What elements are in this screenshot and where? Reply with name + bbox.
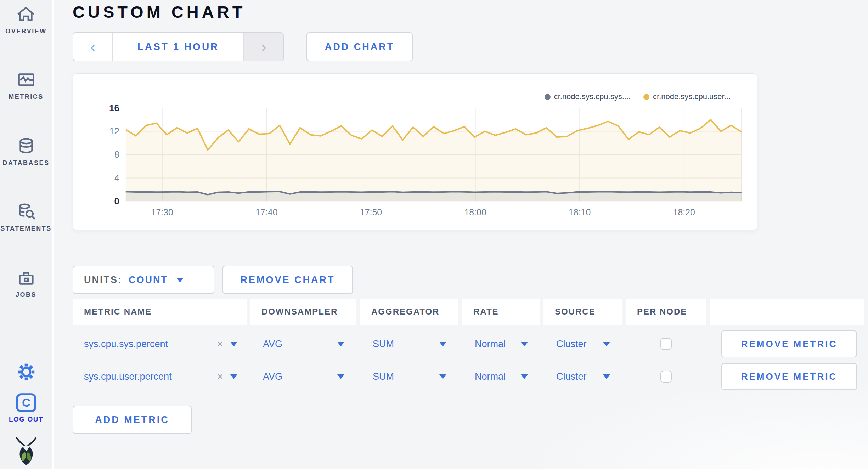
chevron-down-icon <box>603 374 610 379</box>
sidebar-item-label: OVERVIEW <box>5 28 47 35</box>
actions-cell: REMOVE METRIC <box>710 330 864 357</box>
downsampler-dropdown[interactable]: AVG <box>250 330 356 357</box>
chevron-down-icon[interactable] <box>230 374 237 379</box>
chevron-down-icon <box>337 374 344 379</box>
column-header-metric-name: METRIC NAME <box>73 299 247 325</box>
database-icon <box>14 135 38 157</box>
metrics-table: METRIC NAME DOWNSAMPLER AGGREGATOR RATE … <box>73 299 868 390</box>
legend-dot-user <box>643 94 649 100</box>
cockroach-logo[interactable] <box>15 436 38 466</box>
aggregator-dropdown[interactable]: SUM <box>360 363 458 390</box>
per-node-checkbox[interactable] <box>660 338 672 350</box>
legend-item-sys[interactable]: cr.node.sys.cpu.sys.... <box>545 92 631 101</box>
column-header-aggregator: AGGREGATOR <box>360 299 458 325</box>
source-value: Cluster <box>556 339 603 350</box>
svg-text:4: 4 <box>114 173 119 183</box>
column-header-source: SOURCE <box>543 299 622 325</box>
aggregator-dropdown[interactable]: SUM <box>360 330 458 357</box>
legend-label-user: cr.node.sys.cpu.user... <box>653 92 731 101</box>
downsampler-dropdown[interactable]: AVG <box>250 363 356 390</box>
rate-dropdown[interactable]: Normal <box>462 330 540 357</box>
column-header-rate: RATE <box>462 299 540 325</box>
chevron-down-icon <box>439 374 446 379</box>
metric-name-select[interactable]: sys.cpu.user.percent × <box>73 363 247 390</box>
rate-value: Normal <box>475 339 521 350</box>
sidebar-item-label: DATABASES <box>3 159 50 167</box>
remove-metric-button[interactable]: REMOVE METRIC <box>721 363 857 390</box>
cockroach-bug-icon <box>15 436 38 466</box>
svg-text:17:30: 17:30 <box>151 207 173 217</box>
downsampler-value: AVG <box>263 339 337 350</box>
svg-text:18:10: 18:10 <box>569 207 591 217</box>
rate-value: Normal <box>475 371 521 382</box>
per-node-cell <box>626 363 706 390</box>
chevron-down-icon <box>337 342 344 346</box>
sidebar-item-label: METRICS <box>9 93 44 101</box>
remove-metric-button[interactable]: REMOVE METRIC <box>721 330 857 357</box>
home-icon <box>14 4 38 26</box>
legend-dot-sys <box>545 94 551 100</box>
column-header-downsampler: DOWNSAMPLER <box>250 299 356 325</box>
sidebar-item-statements[interactable]: STATEMENTS <box>0 201 51 232</box>
jobs-icon <box>14 267 38 289</box>
sidebar-item-label: JOBS <box>16 291 36 299</box>
svg-text:16: 16 <box>109 103 119 113</box>
rate-dropdown[interactable]: Normal <box>462 363 540 390</box>
add-metric-button[interactable]: ADD METRIC <box>73 406 192 434</box>
source-dropdown[interactable]: Cluster <box>543 363 622 390</box>
toolbar: ‹ LAST 1 HOUR › ADD CHART <box>73 32 868 61</box>
svg-text:12: 12 <box>109 126 119 136</box>
sidebar-item-overview[interactable]: OVERVIEW <box>5 4 47 35</box>
chart-legend: cr.node.sys.cpu.sys.... cr.node.sys.cpu.… <box>545 92 731 101</box>
svg-text:C: C <box>22 396 30 409</box>
logout-button[interactable]: C LOG OUT <box>9 392 43 423</box>
time-range-label[interactable]: LAST 1 HOUR <box>113 33 243 61</box>
svg-text:18:00: 18:00 <box>464 207 486 217</box>
sidebar: OVERVIEW METRICS DATABASES STATEMENTS <box>0 0 54 469</box>
chart-card: 048121617:3017:4017:5018:0018:1018:20 cr… <box>73 73 757 230</box>
chevron-down-icon <box>521 342 528 346</box>
remove-chart-button[interactable]: REMOVE CHART <box>222 266 353 294</box>
per-node-checkbox[interactable] <box>660 371 672 383</box>
aggregator-value: SUM <box>373 339 439 350</box>
time-range-prev-button[interactable]: ‹ <box>73 33 113 61</box>
chevron-down-icon <box>603 342 610 346</box>
clear-metric-icon[interactable]: × <box>217 338 223 350</box>
source-value: Cluster <box>556 371 603 382</box>
sidebar-item-jobs[interactable]: JOBS <box>14 267 38 299</box>
units-label: UNITS: <box>84 275 122 286</box>
chevron-down-icon <box>176 278 184 282</box>
sidebar-item-databases[interactable]: DATABASES <box>3 135 50 167</box>
legend-item-user[interactable]: cr.node.sys.cpu.user... <box>643 92 731 101</box>
gear-icon <box>14 361 38 383</box>
sidebar-item-metrics[interactable]: METRICS <box>9 69 44 101</box>
clear-metric-icon[interactable]: × <box>217 371 223 383</box>
per-node-cell <box>626 330 706 357</box>
actions-cell: REMOVE METRIC <box>710 363 864 390</box>
svg-text:0: 0 <box>114 196 119 206</box>
logout-app-icon: C <box>14 392 38 414</box>
sidebar-item-label: STATEMENTS <box>0 225 51 232</box>
chevron-down-icon[interactable] <box>230 342 237 346</box>
metrics-icon <box>14 69 38 91</box>
chevron-down-icon <box>439 342 446 346</box>
column-header-per-node: PER NODE <box>626 299 706 325</box>
chart-controls: UNITS: COUNT REMOVE CHART <box>73 266 868 294</box>
source-dropdown[interactable]: Cluster <box>543 330 622 357</box>
statements-icon <box>14 201 38 223</box>
page-title: CUSTOM CHART <box>73 2 868 22</box>
aggregator-value: SUM <box>373 371 439 382</box>
main-content: CUSTOM CHART ‹ LAST 1 HOUR › ADD CHART 0… <box>56 0 868 469</box>
units-value: COUNT <box>129 275 168 286</box>
downsampler-value: AVG <box>263 371 337 382</box>
metric-name-value: sys.cpu.sys.percent <box>84 339 217 350</box>
units-dropdown[interactable]: UNITS: COUNT <box>73 266 214 294</box>
column-header-actions <box>710 299 864 325</box>
svg-text:17:50: 17:50 <box>360 207 382 217</box>
legend-label-sys: cr.node.sys.cpu.sys.... <box>554 92 631 101</box>
metric-name-select[interactable]: sys.cpu.sys.percent × <box>73 330 247 357</box>
settings-button[interactable] <box>14 361 38 383</box>
svg-text:17:40: 17:40 <box>255 207 277 217</box>
time-range-next-button[interactable]: › <box>243 33 283 61</box>
add-chart-button[interactable]: ADD CHART <box>306 32 413 61</box>
